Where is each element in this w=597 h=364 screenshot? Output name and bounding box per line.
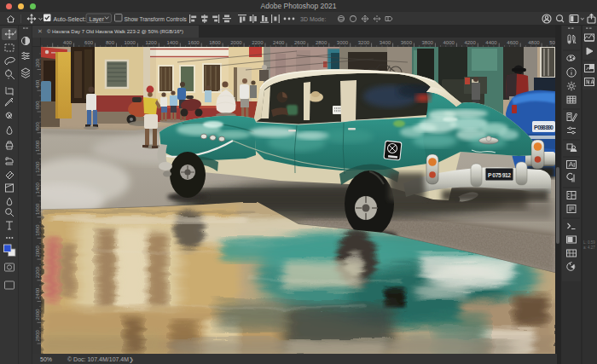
svg-text:2400: 2400: [35, 287, 40, 299]
svg-text:a: 4.27: a: 4.27: [583, 246, 595, 250]
svg-text:2600: 2600: [294, 40, 306, 45]
svg-text:1600: 1600: [35, 203, 40, 215]
svg-text:2400: 2400: [273, 40, 285, 45]
svg-text:2000: 2000: [35, 246, 40, 257]
svg-text:2200: 2200: [252, 40, 264, 45]
svg-text:800: 800: [106, 40, 115, 45]
svg-text:2800: 2800: [316, 40, 327, 45]
svg-text:1200: 1200: [145, 40, 157, 45]
svg-text:600: 600: [84, 40, 94, 45]
svg-text:1000: 1000: [125, 40, 136, 45]
svg-text:4400: 4400: [485, 40, 497, 45]
svg-text:1600: 1600: [188, 40, 200, 45]
svg-text:2200: 2200: [35, 266, 40, 278]
svg-text:1000: 1000: [35, 140, 40, 152]
svg-text:400: 400: [35, 79, 40, 89]
svg-text:1400: 1400: [166, 40, 178, 45]
svg-text:1800: 1800: [35, 224, 40, 236]
svg-text:4600: 4600: [507, 40, 519, 45]
svg-text:3600: 3600: [401, 40, 413, 45]
svg-text:1200: 1200: [35, 161, 40, 173]
svg-text:3000: 3000: [337, 40, 349, 45]
svg-text:4000: 4000: [443, 40, 455, 45]
svg-text:4800: 4800: [528, 40, 540, 45]
svg-text:2600: 2600: [35, 309, 40, 321]
svg-text:1400: 1400: [35, 182, 40, 194]
svg-text:L: 0.59: L: 0.59: [583, 240, 595, 245]
svg-text:3200: 3200: [358, 40, 370, 45]
svg-text:600: 600: [35, 101, 40, 110]
svg-text:3800: 3800: [422, 40, 434, 45]
svg-text:1800: 1800: [209, 40, 221, 45]
svg-text:200: 200: [35, 58, 40, 67]
svg-text:400: 400: [63, 40, 72, 45]
svg-text:2000: 2000: [230, 40, 242, 45]
svg-text:4200: 4200: [464, 40, 476, 45]
svg-text:800: 800: [35, 122, 40, 131]
svg-text:2800: 2800: [35, 329, 40, 341]
svg-text:3400: 3400: [380, 40, 391, 45]
